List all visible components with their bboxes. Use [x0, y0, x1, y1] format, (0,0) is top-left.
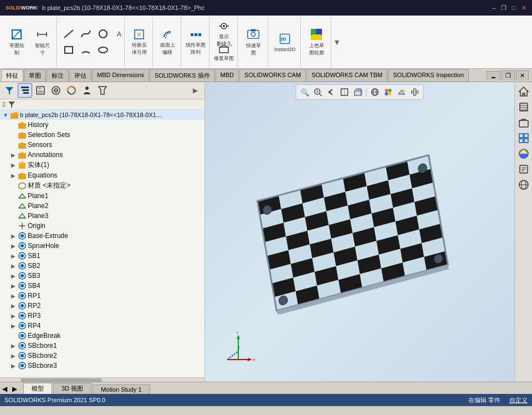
tree-item-history[interactable]: History	[0, 120, 204, 130]
maximize-btn[interactable]: □	[510, 4, 518, 12]
display-style-btn[interactable]	[369, 86, 381, 98]
tree-item-spruehole[interactable]: ▶SprueHole	[0, 241, 204, 251]
feature-tree[interactable]: ▼ b plate_pcs2b (10-78X18-0X1-78<<10-78X…	[0, 110, 204, 377]
linear-pattern-btn[interactable]: 线性草图阵列	[185, 31, 207, 53]
tree-item-sensors[interactable]: Sensors	[0, 140, 204, 150]
show-btn[interactable]: 显示删捷几	[213, 23, 235, 45]
tab-sw-plugins[interactable]: SOLIDWORKS 插件	[150, 69, 215, 82]
spruehole-expand[interactable]: ▶	[9, 243, 18, 249]
line-btn[interactable]	[60, 26, 77, 42]
sketch-btn[interactable]: 草图绘制	[4, 26, 29, 59]
arc-btn[interactable]	[78, 42, 94, 58]
sidebar-world-btn[interactable]	[516, 178, 531, 192]
fix-btn[interactable]: 修复草图	[213, 46, 235, 62]
sbcbore2-expand[interactable]: ▶	[9, 353, 18, 359]
view-orientation-btn[interactable]	[352, 86, 364, 98]
save-btn[interactable]	[33, 83, 48, 98]
rect-btn[interactable]	[60, 42, 77, 58]
tree-item-sbcbore3[interactable]: ▶SBcbore3	[0, 361, 204, 371]
tree-scrollbar[interactable]	[0, 377, 204, 382]
tree-item-base-extrude[interactable]: ▶Base-Extrude	[0, 231, 204, 241]
annotations-expand[interactable]: ▶	[9, 152, 18, 158]
close-btn[interactable]: ✕	[520, 4, 528, 12]
tree-item-rp3[interactable]: ▶RP3	[0, 311, 204, 321]
rp1-expand[interactable]: ▶	[9, 293, 18, 299]
rp2-expand[interactable]: ▶	[9, 303, 18, 309]
equations-expand[interactable]: ▶	[9, 173, 18, 179]
tree-item-rp1[interactable]: ▶RP1	[0, 291, 204, 301]
tree-item-equations[interactable]: ▶Equations	[0, 170, 204, 180]
tree-item-rp2[interactable]: ▶RP2	[0, 301, 204, 311]
zoom-fit-btn[interactable]: 🔍	[299, 86, 311, 98]
tab-model[interactable]: 模型	[23, 383, 52, 394]
tab-sketch[interactable]: 草图	[24, 69, 46, 82]
color-surface-btn[interactable]: 上色草图轮廓	[304, 26, 329, 59]
instant2d-btn[interactable]: 2D Instant2D	[272, 28, 298, 56]
tree-item-rp4[interactable]: ▶RP4	[0, 321, 204, 331]
sidebar-tasks-btn[interactable]	[516, 162, 531, 176]
tree-item-sb2[interactable]: ▶SB2	[0, 261, 204, 271]
sidebar-parts-btn[interactable]	[516, 100, 531, 114]
previous-view-btn[interactable]	[325, 86, 337, 98]
tree-item-plane1[interactable]: Plane1	[0, 191, 204, 201]
tree-item-annotations[interactable]: ▶Annotations	[0, 150, 204, 160]
tab-sw-cam[interactable]: SOLIDWORKS CAM	[239, 69, 306, 82]
color-wheel-btn[interactable]	[64, 83, 79, 98]
tab-3d-view[interactable]: 3D 视图	[53, 383, 91, 394]
sbcbore1-expand[interactable]: ▶	[9, 343, 18, 349]
restore-btn[interactable]: ❐	[500, 4, 508, 12]
offset-btn[interactable]: 曲面上偏移	[156, 31, 178, 53]
sbcbore3-expand[interactable]: ▶	[9, 363, 18, 369]
tree-item-selection-sets[interactable]: Selection Sets	[0, 130, 204, 140]
sb1-expand[interactable]: ▶	[9, 253, 18, 259]
sb3-expand[interactable]: ▶	[9, 273, 18, 279]
target-btn[interactable]	[49, 83, 63, 98]
tree-item-sbcbore2[interactable]: ▶SBcbore2	[0, 351, 204, 361]
scroll-left-btn[interactable]: ◀	[2, 385, 11, 394]
quick-snapshot-btn[interactable]: 快速草图	[241, 30, 265, 54]
ellipse-btn[interactable]	[95, 42, 111, 58]
sidebar-home-btn[interactable]	[516, 84, 531, 99]
section-view-btn[interactable]	[339, 86, 351, 98]
tree-item-sb1[interactable]: ▶SB1	[0, 251, 204, 261]
viewport[interactable]: 🔍	[205, 82, 514, 382]
tree-item-solid1[interactable]: ▶实体(1)	[0, 160, 204, 170]
rp4-expand[interactable]: ▶	[9, 323, 18, 329]
tree-item-origin[interactable]: Origin	[0, 221, 204, 231]
tab-markup[interactable]: 标注	[47, 69, 69, 82]
convert-entities-btn[interactable]: 转换实体引用	[128, 31, 150, 53]
rp3-expand[interactable]: ▶	[9, 313, 18, 319]
zoom-area-btn[interactable]	[312, 86, 324, 98]
sidebar-appearance-btn[interactable]	[516, 146, 531, 161]
scenes-btn[interactable]	[396, 86, 408, 98]
view-settings-btn[interactable]	[409, 86, 421, 98]
sb2-expand[interactable]: ▶	[9, 263, 18, 269]
sidebar-view-btn[interactable]	[516, 131, 531, 145]
circle-btn[interactable]	[95, 26, 111, 42]
tree-item-plane2[interactable]: Plane2	[0, 201, 204, 211]
filter-btn[interactable]	[2, 83, 17, 98]
root-expand[interactable]: ▼	[1, 112, 10, 118]
tab-features[interactable]: 特征	[1, 69, 23, 82]
tab-mbd-dim[interactable]: MBD Dimensions	[92, 69, 149, 82]
tab-sw-inspection[interactable]: SOLIDWORKS Inspection	[388, 69, 469, 82]
panel-minimize-btn[interactable]: 🗕	[487, 71, 500, 80]
tab-sw-cam-tbm[interactable]: SOLIDWORKS CAM TBM	[306, 69, 387, 82]
sb4-expand[interactable]: ▶	[9, 283, 18, 289]
panel-restore-btn[interactable]: ❐	[502, 70, 515, 80]
tab-mbd[interactable]: MBD	[216, 69, 239, 82]
panel-more-btn[interactable]: ▶	[188, 83, 202, 98]
expand-ribbon-btn[interactable]: ▼	[332, 26, 341, 59]
panel-close-btn[interactable]: ✕	[516, 70, 529, 80]
smart-size-btn[interactable]: 智能尺寸	[30, 26, 54, 59]
solid1-expand[interactable]: ▶	[9, 162, 18, 168]
spline-btn[interactable]	[78, 26, 94, 42]
person-btn[interactable]	[80, 83, 94, 98]
tree-item-sb3[interactable]: ▶SB3	[0, 271, 204, 281]
base-extrude-expand[interactable]: ▶	[9, 233, 18, 239]
tree-view-btn[interactable]	[18, 83, 32, 98]
tree-item-sb4[interactable]: ▶SB4	[0, 281, 204, 291]
tab-evaluate[interactable]: 评估	[69, 69, 91, 82]
funnel-btn[interactable]	[95, 83, 110, 98]
tree-item-material[interactable]: 材质 <未指定>	[0, 180, 204, 191]
